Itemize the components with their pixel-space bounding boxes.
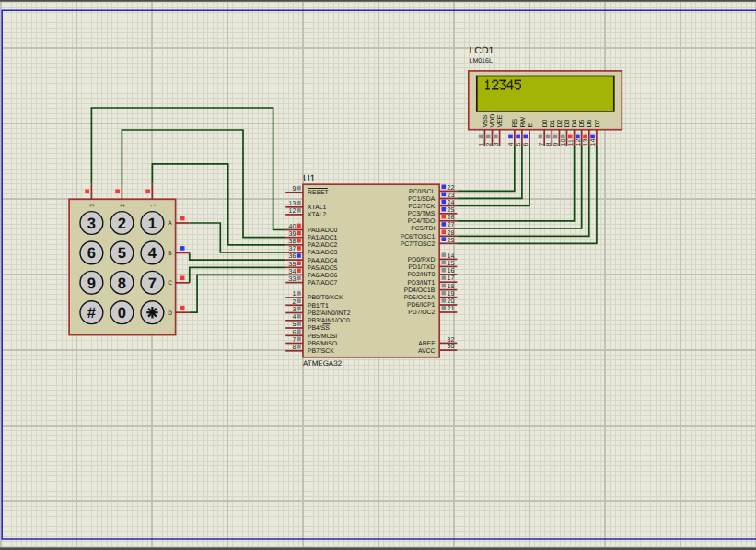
svg-text:PB7/SCK: PB7/SCK: [308, 348, 334, 355]
svg-text:AVCC: AVCC: [418, 348, 435, 355]
svg-text:3: 3: [494, 142, 500, 146]
svg-text:0: 0: [118, 305, 126, 322]
svg-text:3: 3: [87, 216, 96, 232]
svg-text:PC5/TDI: PC5/TDI: [411, 226, 435, 232]
svg-text:LCD1: LCD1: [470, 45, 494, 56]
svg-text:ATMEGA32: ATMEGA32: [303, 359, 343, 368]
svg-text:14: 14: [448, 253, 455, 260]
svg-text:PC7/TOSC2: PC7/TOSC2: [401, 241, 436, 248]
svg-text:PA3/ADC3: PA3/ADC3: [308, 250, 338, 256]
svg-text:15: 15: [448, 261, 455, 267]
svg-text:7: 7: [292, 337, 296, 344]
svg-text:7: 7: [539, 142, 545, 146]
svg-text:1: 1: [479, 142, 485, 146]
svg-text:13: 13: [289, 201, 297, 207]
svg-text:17: 17: [448, 275, 455, 282]
svg-text:4: 4: [292, 314, 296, 321]
svg-text:37: 37: [289, 246, 297, 252]
svg-text:26: 26: [448, 215, 455, 221]
svg-text:PC0/SCL: PC0/SCL: [409, 189, 436, 195]
svg-text:D3: D3: [564, 119, 571, 127]
svg-text:VEE: VEE: [497, 114, 504, 127]
svg-text:PB5/MOSI: PB5/MOSI: [308, 334, 337, 340]
svg-text:11: 11: [568, 139, 575, 146]
svg-text:33: 33: [289, 276, 297, 283]
svg-text:PA7/ADC7: PA7/ADC7: [308, 280, 338, 287]
svg-text:22: 22: [448, 185, 455, 192]
svg-text:U1: U1: [303, 173, 316, 184]
svg-text:PD0/RXD: PD0/RXD: [408, 257, 436, 263]
svg-text:D0: D0: [542, 119, 549, 127]
svg-text:34: 34: [289, 269, 297, 275]
svg-text:PA5/ADC5: PA5/ADC5: [308, 265, 338, 272]
svg-text:27: 27: [448, 222, 455, 228]
svg-text:VSS: VSS: [483, 114, 489, 127]
svg-text:13: 13: [583, 139, 589, 146]
svg-text:A: A: [168, 220, 172, 227]
svg-text:3: 3: [292, 307, 296, 313]
svg-text:32: 32: [448, 337, 455, 344]
svg-text:1: 1: [292, 291, 296, 298]
svg-text:8: 8: [292, 345, 296, 351]
svg-text:12: 12: [289, 208, 297, 215]
svg-text:VDD: VDD: [490, 114, 496, 128]
svg-text:36: 36: [289, 253, 297, 260]
svg-text:E: E: [528, 123, 534, 128]
svg-text:PB2/AIN0/INT2: PB2/AIN0/INT2: [308, 310, 351, 317]
svg-text:6: 6: [87, 245, 96, 262]
svg-text:PA1/ADC1: PA1/ADC1: [308, 235, 338, 241]
svg-text:8: 8: [546, 142, 552, 146]
svg-text:2: 2: [118, 216, 126, 232]
svg-text:10: 10: [561, 139, 567, 146]
svg-text:6: 6: [292, 330, 296, 336]
svg-text:D1: D1: [550, 119, 556, 127]
svg-text:5: 5: [516, 142, 522, 146]
svg-text:35: 35: [289, 262, 297, 268]
svg-text:RW: RW: [520, 117, 527, 128]
svg-text:PD6/ICP1: PD6/ICP1: [407, 302, 435, 309]
svg-text:PB1/T1: PB1/T1: [308, 303, 329, 310]
svg-text:39: 39: [289, 231, 297, 238]
svg-text:PD2/INT0: PD2/INT0: [407, 272, 435, 278]
svg-text:AREF: AREF: [418, 341, 435, 347]
svg-text:PB4/SS: PB4/SS: [308, 325, 330, 332]
svg-text:PD7/OC2: PD7/OC2: [408, 310, 435, 316]
svg-text:40: 40: [289, 224, 297, 230]
svg-text:30: 30: [448, 344, 455, 350]
svg-text:XTAL2: XTAL2: [308, 212, 326, 218]
svg-text:16: 16: [448, 268, 455, 275]
svg-text:#: #: [87, 305, 96, 322]
svg-text:PD3/INT1: PD3/INT1: [407, 280, 435, 287]
svg-text:PD4/OC1B: PD4/OC1B: [404, 287, 436, 294]
svg-text:29: 29: [448, 238, 455, 244]
svg-text:XTAL1: XTAL1: [308, 205, 326, 211]
svg-text:PA6/ADC6: PA6/ADC6: [308, 273, 338, 279]
svg-text:PB3/AIN1/OC0: PB3/AIN1/OC0: [308, 318, 350, 324]
svg-text:PD1/TXD: PD1/TXD: [409, 264, 436, 271]
svg-text:1: 1: [150, 204, 157, 207]
svg-text:3: 3: [89, 204, 96, 207]
svg-text:D5: D5: [579, 119, 586, 127]
svg-text:20: 20: [448, 298, 455, 305]
svg-text:PC2/TCK: PC2/TCK: [409, 204, 436, 210]
svg-text:PC3/TMS: PC3/TMS: [408, 211, 436, 217]
svg-text:PC4/TDO: PC4/TDO: [408, 218, 435, 225]
svg-text:2: 2: [292, 299, 296, 306]
svg-text:19: 19: [448, 291, 455, 298]
svg-text:PB6/MISO: PB6/MISO: [308, 341, 337, 347]
svg-text:9: 9: [87, 275, 96, 292]
svg-text:2: 2: [486, 142, 493, 146]
svg-text:2: 2: [120, 204, 126, 207]
svg-text:PA4/ADC4: PA4/ADC4: [308, 258, 338, 264]
svg-text:5: 5: [118, 245, 126, 262]
svg-text:D2: D2: [557, 119, 564, 127]
svg-text:23: 23: [448, 193, 455, 199]
svg-text:C: C: [168, 280, 172, 287]
svg-text:8: 8: [118, 275, 126, 292]
svg-text:B: B: [168, 251, 171, 257]
svg-text:7: 7: [148, 275, 157, 292]
svg-text:24: 24: [448, 200, 455, 206]
svg-text:25: 25: [448, 207, 455, 214]
svg-text:14: 14: [590, 139, 597, 146]
svg-text:6: 6: [523, 142, 529, 146]
